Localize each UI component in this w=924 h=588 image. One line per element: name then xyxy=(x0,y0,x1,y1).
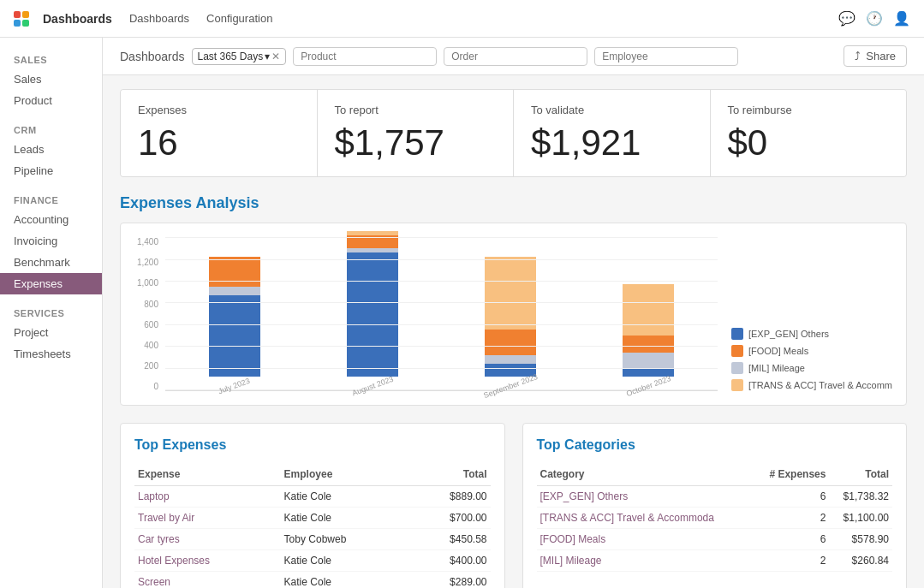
total-cat-cell: $260.84 xyxy=(829,550,892,572)
sidebar-item-project[interactable]: Project xyxy=(0,322,102,343)
table-row: [TRANS & ACC] Travel & Accommoda 2 $1,10… xyxy=(537,508,893,529)
stat-to-reimburse-value: $0 xyxy=(728,123,890,163)
chart-group-july: July 2023 xyxy=(192,257,277,390)
sidebar-section-title-services: SERVICES xyxy=(0,301,102,322)
bar-trans-september xyxy=(485,257,536,330)
chart-group-august: August 2023 xyxy=(330,231,415,390)
stat-to-reimburse[interactable]: To reimburse $0 xyxy=(711,90,907,176)
expense-cell[interactable]: Travel by Air xyxy=(134,508,281,529)
bottom-row: Top Expenses Expense Employee Total Lapt… xyxy=(120,423,907,588)
sidebar-section-title-sales: SALES xyxy=(0,48,102,68)
chart-y-axis: 1,400 1,200 1,000 800 600 400 200 0 xyxy=(134,237,165,391)
filter-product-input[interactable] xyxy=(293,47,437,66)
sidebar-item-pipeline[interactable]: Pipeline xyxy=(0,160,102,181)
top-expenses-table: Expense Employee Total Laptop Katie Cole… xyxy=(134,463,491,588)
sub-header: Dashboards Last 365 Days ▾ ✕ ⤴ Share xyxy=(103,38,924,75)
top-categories-table: Category # Expenses Total [EXP_GEN] Othe… xyxy=(537,463,893,572)
nav-link-dashboards[interactable]: Dashboards xyxy=(126,9,193,28)
top-nav-right: 💬 🕐 👤 xyxy=(838,10,910,27)
clock-icon[interactable]: 🕐 xyxy=(866,10,883,27)
top-nav-left: Dashboards Dashboards Configuration xyxy=(14,9,276,28)
legend-swatch-mil xyxy=(731,362,743,374)
category-cell[interactable]: [TRANS & ACC] Travel & Accommoda xyxy=(537,508,754,529)
chart-grid: 1,400 1,200 1,000 800 600 400 200 0 xyxy=(134,237,718,391)
chevron-down-icon: ▾ xyxy=(265,50,270,62)
stat-to-report[interactable]: To report $1,757 xyxy=(318,90,514,176)
top-expenses-header-row: Expense Employee Total xyxy=(134,463,491,486)
sidebar-item-timesheets[interactable]: Timesheets xyxy=(0,343,102,365)
sidebar-item-invoicing[interactable]: Invoicing xyxy=(0,230,102,252)
share-icon: ⤴ xyxy=(855,50,861,62)
bar-food-july xyxy=(209,257,260,287)
nav-link-configuration[interactable]: Configuration xyxy=(203,9,276,28)
sub-header-left: Dashboards Last 365 Days ▾ ✕ xyxy=(120,47,738,66)
expense-cell[interactable]: Car tyres xyxy=(134,529,281,550)
th-category: Category xyxy=(537,463,754,486)
y-label-400: 400 xyxy=(134,341,158,350)
total-cell: $889.00 xyxy=(408,486,490,508)
stat-to-validate[interactable]: To validate $1,921 xyxy=(514,90,710,176)
bar-mil-september xyxy=(485,355,536,364)
legend-item-food: [FOOD] Meals xyxy=(731,345,892,357)
main-layout: SALES Sales Product CRM Leads Pipeline F… xyxy=(0,38,924,588)
bar-stack-august xyxy=(347,231,398,377)
logo xyxy=(14,11,29,27)
sidebar-item-accounting[interactable]: Accounting xyxy=(0,209,102,230)
top-categories-header-row: Category # Expenses Total xyxy=(537,463,893,486)
stat-expenses[interactable]: Expenses 16 xyxy=(121,90,317,176)
category-cell[interactable]: [EXP_GEN] Others xyxy=(537,486,754,508)
th-expense: Expense xyxy=(134,463,281,486)
sidebar-item-benchmark[interactable]: Benchmark xyxy=(0,252,102,273)
bar-stack-september xyxy=(485,257,536,377)
category-cell[interactable]: [MIL] Mileage xyxy=(537,550,754,572)
total-cat-cell: $578.90 xyxy=(829,529,892,550)
y-label-0: 0 xyxy=(134,382,158,391)
filter-date-dropdown[interactable]: Last 365 Days ▾ ✕ xyxy=(192,48,287,65)
expense-cell[interactable]: Hotel Expenses xyxy=(134,550,281,572)
category-cell[interactable]: [FOOD] Meals xyxy=(537,529,754,550)
bar-food-october xyxy=(623,336,674,353)
filter-employee-input[interactable] xyxy=(594,47,738,66)
content: Dashboards Last 365 Days ▾ ✕ ⤴ Share xyxy=(103,38,924,588)
filter-date-clear[interactable]: ✕ xyxy=(271,50,280,62)
sidebar-item-expenses[interactable]: Expenses xyxy=(0,273,102,294)
table-row: Travel by Air Katie Cole $700.00 xyxy=(134,508,491,529)
employee-cell: Katie Cole xyxy=(281,508,409,529)
share-button[interactable]: ⤴ Share xyxy=(844,45,907,67)
th-employee: Employee xyxy=(281,463,409,486)
sidebar-item-leads[interactable]: Leads xyxy=(0,139,102,160)
table-row: Car tyres Toby Cobweb $450.58 xyxy=(134,529,491,550)
chat-icon[interactable]: 💬 xyxy=(838,10,855,27)
expense-cell[interactable]: Screen xyxy=(134,572,281,588)
sidebar-item-product[interactable]: Product xyxy=(0,90,102,111)
share-label: Share xyxy=(866,50,896,62)
logo-cell-red xyxy=(14,11,21,18)
sidebar-section-title-finance: FINANCE xyxy=(0,188,102,209)
employee-cell: Toby Cobweb xyxy=(281,529,409,550)
top-expenses-section: Top Expenses Expense Employee Total Lapt… xyxy=(120,423,505,588)
table-row: [EXP_GEN] Others 6 $1,738.32 xyxy=(537,486,893,508)
sidebar: SALES Sales Product CRM Leads Pipeline F… xyxy=(0,38,103,588)
bar-stack-july xyxy=(209,257,260,377)
stat-to-report-label: To report xyxy=(335,104,497,116)
dashboard-body: Expenses 16 To report $1,757 To validate… xyxy=(103,75,924,588)
filter-tags: Last 365 Days ▾ ✕ xyxy=(192,47,739,66)
sidebar-section-title-crm: CRM xyxy=(0,118,102,139)
expense-cell[interactable]: Laptop xyxy=(134,486,281,508)
logo-cell-yellow xyxy=(22,11,29,18)
filter-date-label: Last 365 Days xyxy=(198,50,264,62)
legend-label-trans: [TRANS & ACC] Travel & Accomm xyxy=(748,380,892,390)
chart-group-september: September 2023 xyxy=(468,257,553,390)
count-cell: 6 xyxy=(754,529,830,550)
user-avatar[interactable]: 👤 xyxy=(893,10,910,27)
filter-order-input[interactable] xyxy=(444,47,587,66)
sidebar-item-sales[interactable]: Sales xyxy=(0,68,102,90)
stats-row: Expenses 16 To report $1,757 To validate… xyxy=(120,89,907,177)
sidebar-section-services: SERVICES Project Timesheets xyxy=(0,301,102,365)
stat-expenses-label: Expenses xyxy=(138,104,300,116)
table-row: Hotel Expenses Katie Cole $400.00 xyxy=(134,550,491,572)
y-label-1000: 1,000 xyxy=(134,278,158,288)
y-label-200: 200 xyxy=(134,361,158,371)
logo-grid xyxy=(14,11,29,27)
top-expenses-title: Top Expenses xyxy=(134,437,491,453)
